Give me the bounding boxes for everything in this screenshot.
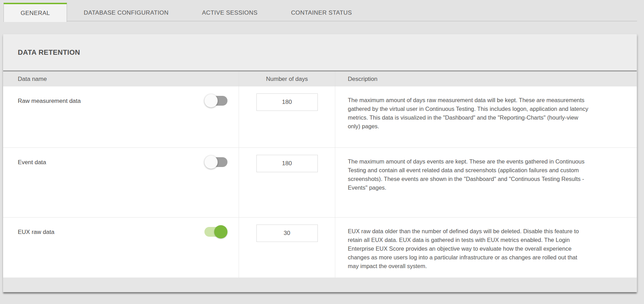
- raw-measurement-data-toggle[interactable]: [204, 94, 227, 107]
- data-retention-header: DATA RETENTION: [3, 34, 637, 70]
- raw-measurement-days-input[interactable]: [256, 93, 318, 111]
- cell-number-of-days: [239, 148, 335, 217]
- data-retention-table: Data name Number of days Description Raw…: [3, 70, 637, 278]
- event-data-days-input[interactable]: [256, 155, 318, 172]
- cell-description: The maximum amount of days events are ke…: [335, 148, 637, 217]
- description-text: EUX raw data older than the number of de…: [348, 227, 589, 271]
- eux-raw-data-days-input[interactable]: [256, 225, 318, 242]
- description-text: The maximum amount of days events are ke…: [348, 157, 589, 192]
- tab-database-configuration-label: DATABASE CONFIGURATION: [84, 9, 169, 16]
- column-header-data-name: Data name: [3, 71, 239, 86]
- toggle-knob: [214, 225, 227, 238]
- tab-active-sessions[interactable]: ACTIVE SESSIONS: [185, 3, 274, 21]
- settings-page: GENERAL DATABASE CONFIGURATION ACTIVE SE…: [0, 0, 644, 304]
- tab-active-sessions-label: ACTIVE SESSIONS: [202, 9, 257, 16]
- description-text: The maximum amount of days raw measureme…: [348, 96, 589, 131]
- toggle-knob: [204, 94, 218, 107]
- table-header-row: Data name Number of days Description: [3, 71, 637, 86]
- row-label: Raw measurement data: [18, 98, 81, 105]
- column-header-number-of-days: Number of days: [239, 71, 335, 86]
- settings-tabbar: GENERAL DATABASE CONFIGURATION ACTIVE SE…: [3, 3, 637, 21]
- row-label: EUX raw data: [18, 229, 54, 236]
- table-row-eux-raw-data: EUX raw data EUX raw data older than the…: [3, 217, 637, 278]
- panel-footer: [3, 278, 637, 292]
- row-label: Event data: [18, 159, 46, 166]
- cell-description: EUX raw data older than the number of de…: [335, 218, 637, 278]
- column-header-description: Description: [335, 76, 637, 83]
- table-row-event-data: Event data The maximum amount of days ev…: [3, 147, 637, 217]
- data-retention-panel: DATA RETENTION Data name Number of days …: [3, 34, 637, 292]
- tab-general[interactable]: GENERAL: [3, 3, 67, 22]
- cell-number-of-days: [239, 86, 335, 147]
- cell-description: The maximum amount of days raw measureme…: [335, 86, 637, 147]
- cell-data-name: EUX raw data: [3, 218, 239, 278]
- event-data-toggle[interactable]: [204, 155, 227, 169]
- tab-container-status[interactable]: CONTAINER STATUS: [274, 3, 369, 21]
- cell-data-name: Event data: [3, 148, 239, 217]
- cell-data-name: Raw measurement data: [3, 86, 239, 147]
- cell-number-of-days: [239, 218, 335, 278]
- eux-raw-data-toggle[interactable]: [204, 225, 227, 238]
- table-row-raw-measurement-data: Raw measurement data The maximum amount …: [3, 86, 637, 147]
- tab-general-label: GENERAL: [21, 10, 50, 17]
- toggle-knob: [204, 155, 218, 169]
- tab-container-status-label: CONTAINER STATUS: [291, 9, 352, 16]
- panel-title: DATA RETENTION: [18, 48, 80, 56]
- tab-database-configuration[interactable]: DATABASE CONFIGURATION: [67, 3, 185, 21]
